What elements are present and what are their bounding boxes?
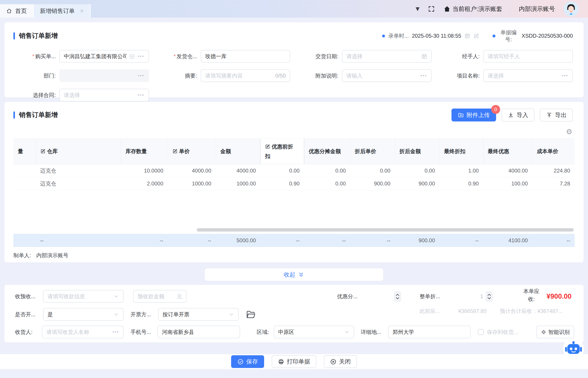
tab-new-sales-order[interactable]: 新增销售订单 × — [33, 4, 91, 18]
export-button[interactable]: 导出 — [540, 108, 573, 122]
import-button[interactable]: 导入 — [502, 108, 534, 122]
buyer-input[interactable]: ••• — [59, 50, 149, 63]
avatar[interactable] — [563, 1, 579, 16]
column-header-discounted-price[interactable]: 折后单价 — [350, 139, 395, 164]
more-icon[interactable]: ••• — [112, 329, 119, 335]
summary-cell: 5000.00 — [216, 234, 260, 247]
advance-amount-input[interactable]: 预收款金额 元 — [133, 290, 186, 303]
warehouse-input-field[interactable] — [205, 53, 286, 59]
smart-recognize-button[interactable]: 智能识别 — [536, 326, 574, 338]
tab-close-icon[interactable]: × — [80, 8, 84, 14]
collapse-toggle[interactable]: 收起 — [205, 268, 383, 281]
project-input[interactable]: ••• — [483, 69, 573, 82]
more-icon[interactable]: ••• — [562, 73, 568, 78]
folder-icon[interactable] — [246, 309, 256, 320]
department-input[interactable]: ••• — [59, 69, 149, 82]
account-name[interactable]: 内部演示账号 — [519, 5, 555, 13]
column-header-qty-partial[interactable]: 量 — [13, 139, 36, 164]
tenant-switcher[interactable]: 当前租户:演示账套 — [443, 5, 502, 13]
phone-input[interactable] — [157, 326, 240, 338]
attachment-upload-button[interactable]: 附件上传 0 — [451, 108, 496, 122]
invoice-select[interactable]: 是 — [43, 308, 124, 321]
upload-icon — [546, 112, 552, 118]
table-cell: 0.00 — [260, 164, 304, 177]
topbar: 首页 新增销售订单 × ▼ 当前租户:演示账套 内部演示账号 — [0, 0, 588, 18]
column-header-cost-price[interactable]: 成本单价 — [532, 139, 575, 164]
clear-icon[interactable] — [129, 54, 135, 59]
handler-input-field[interactable] — [488, 53, 569, 59]
column-header-pre-discount[interactable]: 优惠前折扣 — [260, 139, 304, 164]
field-buyer: *购买单... ••• — [13, 50, 149, 63]
more-icon[interactable]: ••• — [138, 54, 144, 59]
table-row[interactable]: 迈克仓2.00001000.001000.000.900.00900.00900… — [13, 177, 575, 190]
column-header-final-benefit[interactable]: 最终优惠 — [483, 139, 532, 164]
delivery-date-input[interactable] — [342, 50, 432, 63]
attachment-count-badge: 0 — [491, 105, 500, 114]
close-button[interactable]: 关闭 — [324, 355, 357, 368]
save-button[interactable]: 保存 — [231, 355, 264, 368]
summary-cell: -- — [439, 234, 483, 247]
column-header-discounted-amount[interactable]: 折后金额 — [395, 139, 439, 164]
fullscreen-icon[interactable] — [428, 5, 435, 13]
table-cell: 4000.00 — [483, 164, 532, 177]
download-icon — [508, 112, 514, 118]
assistant-robot[interactable] — [562, 338, 584, 360]
column-header-discount-share[interactable]: 优惠分摊金额 — [304, 139, 350, 164]
project-input-field[interactable] — [488, 73, 559, 79]
more-icon[interactable]: ••• — [420, 73, 427, 78]
horizontal-scrollbar[interactable] — [197, 228, 574, 231]
table-cell: 0.90 — [260, 177, 304, 190]
column-header-amount[interactable]: 金额 — [216, 139, 260, 164]
order-discount-stepper[interactable] — [486, 291, 493, 302]
contract-input[interactable]: ••• — [59, 89, 149, 101]
contract-input-field[interactable] — [64, 92, 135, 98]
x-circle-icon — [330, 359, 336, 365]
summary-input[interactable]: 0/50 — [201, 69, 290, 82]
table-cell: 10.0000 — [121, 164, 168, 177]
discount-share-stepper[interactable] — [394, 291, 401, 302]
column-header-stock-qty[interactable]: 库存数量 — [121, 139, 168, 164]
column-header-final-discount[interactable]: 最终折扣 — [439, 139, 483, 164]
tab-home-label: 首页 — [15, 7, 27, 15]
calendar-icon[interactable] — [421, 54, 427, 59]
note-input[interactable]: ••• — [342, 69, 432, 82]
invoice-method-select[interactable]: 按订单开票 — [158, 308, 239, 321]
order-discount-label: 整单折... — [420, 290, 440, 303]
receiver-input[interactable]: ••• — [42, 326, 124, 338]
receiver-input-field[interactable] — [46, 329, 110, 335]
check-circle-icon — [237, 359, 244, 365]
title-accent-bar — [13, 111, 15, 119]
address-input[interactable] — [388, 326, 471, 338]
summary-cell: -- — [350, 234, 395, 247]
edit-icon[interactable] — [473, 33, 479, 39]
receipt-select[interactable]: 请填写收款信息 — [43, 290, 124, 303]
table-row[interactable]: 迈克仓10.00004000.004000.000.000.000.000.00… — [13, 164, 575, 177]
column-header-unit-price[interactable]: 单价 — [168, 139, 216, 164]
receipt-label: 收预收... — [15, 290, 35, 303]
region-select[interactable]: 中原区 — [274, 326, 354, 338]
topbar-right: ▼ 当前租户:演示账套 内部演示账号 — [416, 0, 579, 18]
print-button[interactable]: 打印单据 — [272, 355, 316, 368]
address-label: 详细地... — [361, 326, 381, 338]
table-cell: 2.0000 — [121, 177, 168, 190]
more-icon[interactable]: ••• — [138, 93, 144, 98]
buyer-input-field[interactable] — [64, 53, 126, 59]
note-input-field[interactable] — [346, 73, 418, 79]
calendar-icon[interactable] — [464, 33, 470, 39]
chevron-down-icon[interactable]: ▼ — [416, 6, 420, 12]
header-form: *购买单... ••• *发货仓... 交货日期: — [4, 43, 584, 101]
save-address-checkbox[interactable] — [478, 329, 484, 335]
column-settings-icon[interactable]: ⚙ — [566, 128, 572, 135]
table-cell: 0.00 — [304, 177, 350, 190]
tab-home[interactable]: 首页 — [0, 4, 33, 18]
phone-input-field[interactable] — [162, 329, 236, 335]
app-screen: 首页 新增销售订单 × ▼ 当前租户:演示账套 内部演示账号 销售订单新增 — [0, 0, 588, 378]
delivery-date-field[interactable] — [346, 53, 419, 59]
address-input-field[interactable] — [392, 329, 466, 335]
bullet-dot-icon — [492, 35, 495, 38]
warehouse-input[interactable] — [201, 50, 290, 63]
summary-input-field[interactable] — [205, 73, 273, 79]
more-icon[interactable]: ••• — [138, 73, 144, 78]
handler-input[interactable] — [483, 50, 573, 63]
column-header-warehouse[interactable]: 仓库 — [36, 139, 121, 164]
